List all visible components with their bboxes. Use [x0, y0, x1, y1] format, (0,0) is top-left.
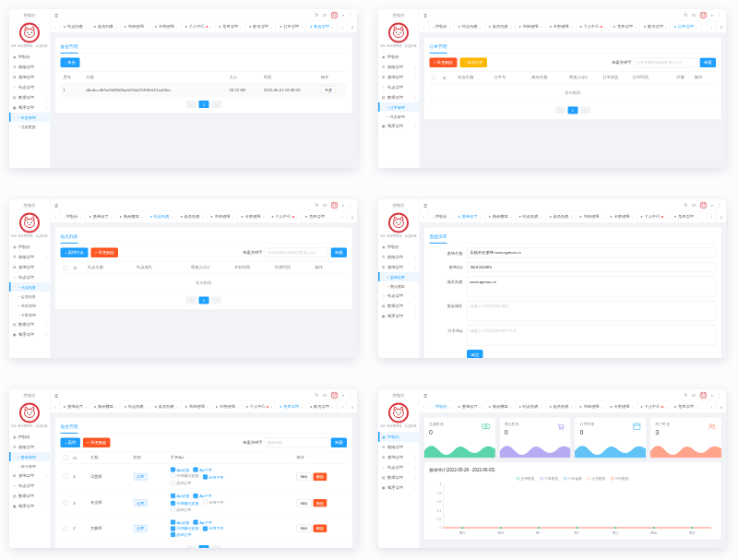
next-page-button[interactable]: › [211, 297, 221, 304]
tab-close-icon[interactable]: × [631, 405, 633, 409]
sidebar-item-site[interactable]: ○站点管理∨ [9, 481, 50, 491]
sidebar-item-auth[interactable]: ⚙权限管理∨ [9, 252, 50, 262]
tab-item[interactable]: ★充值明细× [121, 21, 151, 32]
tab-close-icon[interactable]: × [449, 25, 451, 29]
tab-close-icon[interactable]: × [665, 25, 667, 29]
sidebar-item-data[interactable]: ▤数据管理∨ [378, 472, 419, 483]
search-input[interactable] [265, 248, 328, 258]
sidebar-subitem[interactable]: •订单管理 [378, 102, 419, 112]
tab-close-icon[interactable]: × [696, 215, 697, 219]
tab-scroll-left-icon[interactable]: ‹ [420, 21, 430, 32]
tab-item[interactable]: ★备份管理× [306, 21, 337, 32]
select-all-checkbox[interactable] [64, 266, 68, 270]
chevron-down-icon[interactable]: ▾ [342, 203, 344, 207]
tab-item[interactable]: ★卡密明细× [212, 401, 243, 412]
delete-button[interactable]: 删除 [314, 499, 327, 507]
toolbar-button[interactable]: +新增站点 [61, 248, 89, 258]
tab-close-icon[interactable]: × [604, 25, 606, 29]
sidebar-subitem[interactable]: •会员列表 [9, 292, 50, 301]
tab-item[interactable]: ★个人中心× [268, 211, 302, 222]
refresh-icon[interactable]: ↻ [684, 393, 688, 399]
more-icon[interactable]: ⋮ [348, 393, 352, 399]
tab-close-icon[interactable]: × [665, 405, 667, 409]
tab-close-icon[interactable]: × [327, 215, 328, 219]
tab-item[interactable]: ⌂控制台× [429, 211, 455, 222]
sidebar-item-program[interactable]: ▣程序管理∨ [378, 121, 419, 131]
toolbar-button[interactable]: +新增 [61, 438, 80, 448]
sidebar-item-auth[interactable]: ⚙权限管理∨ [378, 62, 419, 72]
tab-close-icon[interactable]: × [631, 215, 633, 219]
delete-button[interactable]: 删除 [314, 472, 327, 481]
sidebar-subitem[interactable]: •系统设置 [378, 272, 419, 281]
chevron-down-icon[interactable]: ▾ [711, 13, 713, 17]
tab-scroll-left-icon[interactable]: ‹ [51, 401, 61, 412]
chevron-down-icon[interactable]: ▾ [711, 203, 713, 207]
sidebar-item-system[interactable]: ⊞系统管理∨ [9, 262, 50, 272]
sidebar-item-dashboard[interactable]: ◉控制台 [9, 242, 50, 252]
tab-close-icon[interactable]: × [146, 405, 148, 409]
tab-close-icon[interactable]: × [696, 25, 697, 29]
tab-item[interactable]: ★充值明细× [577, 211, 607, 222]
search-button[interactable]: 搜索 [700, 58, 717, 68]
tab-item[interactable]: ★充值明细× [577, 401, 607, 412]
tab-close-icon[interactable]: × [571, 25, 573, 29]
refresh-icon[interactable]: ↻ [315, 393, 319, 399]
avatar[interactable] [330, 11, 338, 18]
tab-close-icon[interactable]: × [541, 215, 542, 219]
settings-tag[interactable]: 设置 [134, 499, 148, 506]
next-page-button[interactable]: › [211, 545, 221, 548]
avatar[interactable] [699, 391, 707, 399]
tab-item[interactable]: ★角色管理× [671, 401, 701, 412]
tab-item[interactable]: ★站点列表× [121, 401, 151, 412]
tab-close-icon[interactable]: × [571, 405, 573, 409]
prev-page-button[interactable]: ‹ [555, 107, 565, 114]
tab-close-icon[interactable]: × [232, 215, 234, 219]
sidebar-item-program[interactable]: ▣程序管理∨ [378, 483, 419, 493]
tab-close-icon[interactable]: × [331, 25, 333, 29]
sidebar-item-data[interactable]: ▤数据管理∨ [9, 319, 50, 329]
tab-close-icon[interactable]: × [296, 215, 298, 219]
api-permission-checkbox[interactable]: 内部订单 [171, 481, 192, 486]
refresh-icon[interactable]: ↻ [684, 203, 688, 209]
tab-item[interactable]: ★个人中心× [637, 211, 671, 222]
menu-fold-icon[interactable]: ≡ [424, 392, 428, 399]
sidebar-item-site[interactable]: ○站点管理∨ [378, 462, 419, 472]
tab-close-icon[interactable]: × [665, 215, 667, 219]
api-permission-checkbox[interactable]: ✓Api对接 [171, 519, 189, 525]
tab-item[interactable]: ★站点列表× [147, 211, 177, 222]
sidebar-subitem[interactable]: •账号管理 [9, 461, 50, 471]
search-button[interactable]: 搜索 [331, 438, 348, 448]
tab-close-icon[interactable]: × [237, 405, 239, 409]
tab-close-icon[interactable]: × [146, 25, 148, 29]
sidebar-item-data[interactable]: ▤数据管理∨ [9, 491, 50, 501]
tab-close-icon[interactable]: × [480, 405, 482, 409]
settings-tag[interactable]: 设置 [134, 473, 148, 481]
tab-close-icon[interactable]: × [480, 215, 482, 219]
legend-item[interactable]: 交易数量 [517, 476, 535, 481]
sidebar-subitem[interactable]: •日志管理 [378, 112, 419, 121]
sidebar-item-site[interactable]: ○站点管理∨ [9, 82, 50, 92]
menu-fold-icon[interactable]: ≡ [55, 392, 59, 399]
legend-item[interactable]: 分站数量 [611, 476, 629, 481]
sidebar-subitem[interactable]: •在线更新 [9, 122, 50, 131]
tab-scroll-left-icon[interactable]: ‹ [420, 211, 430, 222]
tab-item[interactable]: ★会员列表× [177, 211, 208, 222]
tab-scroll-left-icon[interactable]: ‹ [51, 211, 61, 222]
current-page-button[interactable]: 1 [198, 101, 208, 108]
fullscreen-icon[interactable]: ⊡ [692, 203, 696, 209]
sidebar-subitem[interactable]: •充值明细 [9, 301, 50, 310]
more-icon[interactable]: ⋮ [717, 393, 721, 399]
api-permission-checkbox[interactable]: ✓处理下单 [203, 526, 224, 531]
tab-item[interactable]: ★系统设置× [86, 211, 116, 222]
current-page-button[interactable]: 1 [198, 297, 208, 304]
tab-close-icon[interactable]: × [331, 405, 333, 409]
current-page-button[interactable]: 1 [567, 107, 577, 114]
tab-close-icon[interactable]: × [449, 215, 451, 219]
avatar[interactable] [699, 11, 707, 18]
tab-item[interactable]: ★商品模型× [485, 211, 516, 222]
search-input[interactable] [265, 438, 328, 448]
sidebar-item-program[interactable]: ▣程序管理∨ [9, 501, 50, 511]
tab-close-icon[interactable]: × [85, 405, 87, 409]
more-icon[interactable]: ⋮ [348, 13, 352, 18]
delete-button[interactable]: 删除 [314, 524, 327, 532]
